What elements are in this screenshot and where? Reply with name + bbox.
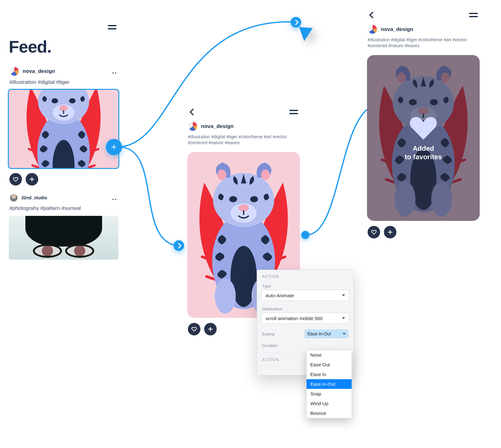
post-header: nova_design — [367, 24, 480, 37]
favorite-button[interactable] — [368, 226, 380, 238]
field-label-destination: Destination — [257, 304, 354, 313]
plus-icon — [387, 229, 393, 235]
field-label-type: Type — [257, 281, 354, 290]
overlay-text-line2: to favorites — [405, 153, 442, 161]
chevron-right-icon — [294, 20, 298, 24]
more-icon[interactable]: .. — [112, 67, 117, 75]
avatar[interactable] — [368, 25, 377, 34]
prototype-connection-dot[interactable] — [301, 231, 309, 239]
heart-icon — [191, 326, 197, 332]
cursor-icon — [299, 23, 316, 41]
menu-icon[interactable] — [108, 24, 116, 30]
destination-select[interactable]: scroll animation mobile 500 — [261, 313, 349, 324]
prototype-hotspot-arrow[interactable] — [291, 17, 301, 28]
chevron-right-icon — [177, 244, 181, 248]
plus-icon — [207, 326, 214, 332]
easing-option[interactable]: Snap — [307, 389, 352, 399]
add-button[interactable] — [204, 323, 217, 335]
easing-select[interactable]: Ease In-Out — [305, 329, 349, 338]
avatar[interactable] — [189, 122, 197, 131]
field-label-easing: Easing — [262, 332, 275, 336]
chevron-down-icon — [342, 317, 345, 319]
menu-icon[interactable] — [469, 12, 478, 18]
easing-option[interactable]: Ease Out — [307, 360, 352, 369]
username[interactable]: nova_design — [381, 26, 413, 33]
easing-option[interactable]: Ease In — [307, 369, 352, 379]
heart-icon — [13, 176, 19, 182]
post-header: 32nd_studio .. — [9, 192, 118, 205]
favorite-button[interactable] — [188, 323, 200, 335]
username[interactable]: nova_design — [23, 68, 55, 74]
hashtags: #photograhy #pattern #surreal — [9, 205, 118, 216]
post-header: nova_design — [187, 121, 300, 134]
easing-option[interactable]: None — [307, 350, 352, 360]
username[interactable]: nova_design — [201, 123, 234, 130]
more-icon[interactable]: .. — [112, 194, 117, 202]
post-image[interactable]: Added to favorites — [367, 55, 480, 221]
back-button[interactable] — [189, 109, 195, 115]
avatar[interactable] — [10, 194, 18, 201]
add-button[interactable] — [26, 173, 38, 186]
overlay-text-line1: Added — [405, 145, 442, 153]
favorite-button[interactable] — [9, 173, 22, 186]
easing-option[interactable]: Bounce — [307, 408, 352, 418]
post-image[interactable] — [9, 216, 118, 260]
hashtags: #illustration #digital #tiger #colorthem… — [187, 134, 300, 150]
chevron-down-icon — [343, 333, 346, 335]
easing-option[interactable]: Ease In-Out — [307, 379, 352, 389]
prototype-hotspot-plus[interactable]: + — [106, 139, 122, 155]
favorite-overlay: Added to favorites — [367, 55, 480, 221]
back-button[interactable] — [369, 12, 375, 18]
page-title: Feed. — [9, 37, 118, 56]
heart-icon — [409, 115, 437, 140]
post-header: nova_design .. — [9, 66, 118, 79]
destination-value: scroll animation mobile 500 — [266, 316, 323, 321]
hashtags: #illustration #digital #tiger — [9, 79, 118, 90]
avatar[interactable] — [10, 67, 19, 76]
type-select[interactable]: Auto-Animate — [261, 290, 349, 301]
username[interactable]: 32nd_studio — [21, 195, 47, 200]
prototype-hotspot-arrow[interactable] — [173, 240, 184, 251]
plus-icon: + — [111, 142, 117, 152]
type-value: Auto-Animate — [266, 293, 294, 298]
artboard-favorited: nova_design #illustration #digital #tige… — [367, 9, 480, 243]
easing-value: Ease In-Out — [307, 331, 331, 336]
add-button[interactable] — [384, 226, 396, 238]
chevron-down-icon — [342, 294, 345, 296]
artboard-feed: Feed. nova_design .. #illustration #digi… — [9, 22, 118, 260]
easing-dropdown[interactable]: NoneEase OutEase InEase In-OutSnapWind U… — [306, 350, 352, 418]
hashtags: #illustration #digital #tiger #colorthem… — [367, 37, 480, 53]
post-image[interactable] — [9, 90, 118, 168]
menu-icon[interactable] — [289, 109, 298, 115]
heart-icon — [371, 229, 377, 235]
plus-icon — [29, 176, 35, 182]
panel-section-label: ACTION — [257, 270, 354, 281]
easing-option[interactable]: Wind Up — [307, 399, 352, 408]
field-label-duration: Duration — [262, 343, 277, 348]
